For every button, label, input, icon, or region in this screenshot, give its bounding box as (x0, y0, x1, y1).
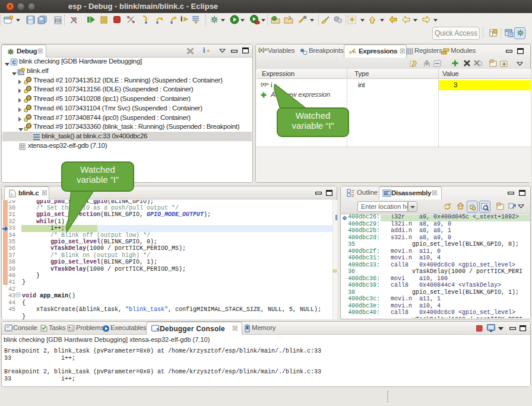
svg-text:C: C (509, 33, 512, 37)
svg-text:C: C (12, 59, 17, 65)
svg-text:c: c (11, 192, 13, 197)
